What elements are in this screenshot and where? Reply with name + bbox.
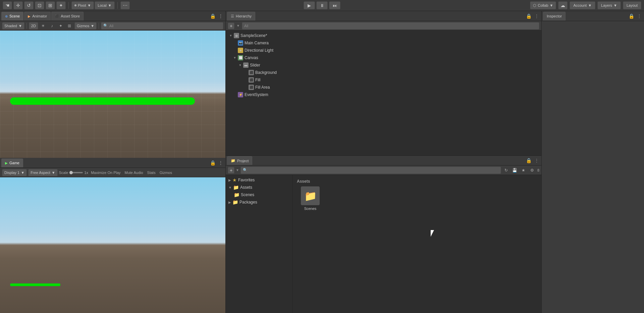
layout-button[interactable]: Layout [623, 1, 641, 9]
play-button[interactable]: ▶ [304, 1, 315, 9]
project-add-btn[interactable]: + [228, 167, 234, 174]
tool-scale[interactable]: ⊡ [35, 1, 44, 9]
tool-transform[interactable]: ✦ [56, 1, 66, 9]
layers-button[interactable]: Layers ▼ [597, 1, 621, 9]
pause-button[interactable]: ⏸ [316, 1, 328, 9]
project-assets: Assets 📁 Scenes [293, 175, 541, 313]
hierarchy-item-directional-light[interactable]: ☀ Directional Light [226, 47, 541, 54]
project-search[interactable]: 🔍 [240, 167, 501, 174]
scene-panel: ⊕ Scene ▶ Animator ⬛ Asset Store 🔒 ⋮ [0, 11, 225, 158]
hierarchy-item-main-camera[interactable]: 📷 Main Camera [226, 39, 541, 47]
scene-tabs: ⊕ Scene ▶ Animator ⬛ Asset Store 🔒 ⋮ [0, 11, 225, 21]
scene-audio-btn[interactable]: ♪ [48, 22, 56, 30]
scale-label: Scale [59, 171, 68, 175]
assets-tree-label: Assets [240, 185, 252, 190]
animator-tab-icon: ▶ [28, 14, 31, 18]
slider-arrow: ▼ [238, 63, 243, 68]
hierarchy-add-btn[interactable]: + [228, 23, 234, 29]
cloud-button[interactable]: ☁ [558, 1, 568, 9]
tab-animator[interactable]: ▶ Animator [24, 12, 51, 20]
tab-asset-store[interactable]: ⬛ Asset Store [51, 12, 84, 20]
slider-icon: ▬ [243, 62, 249, 68]
aspect-dropdown[interactable]: Free Aspect ▼ [28, 169, 58, 176]
tab-hierarchy[interactable]: ☰ Hierarchy [227, 12, 255, 20]
inspector-tab-label: Inspector [547, 14, 562, 18]
project-star-btn[interactable]: ★ [520, 167, 527, 174]
gizmos-dropdown[interactable]: Gizmos ▼ [74, 22, 97, 30]
shading-dropdown[interactable]: Shaded ▼ [2, 22, 24, 30]
game-gizmos-btn[interactable]: Gizmos [158, 170, 173, 175]
local-arrow: ▼ [108, 3, 112, 7]
toolbar-left: ☚ ✛ ↺ ⊡ ⊞ ✦ Pivot ▼ Local ▼ ⋯ [3, 1, 130, 9]
hierarchy-item-slider[interactable]: ▼ ▬ Slider [226, 61, 541, 69]
hierarchy-search[interactable]: All [242, 22, 539, 30]
tab-inspector[interactable]: Inspector [543, 12, 566, 20]
tab-game[interactable]: ▶ Game [1, 159, 23, 167]
project-panel: 📁 Project 🔒 ⋮ + ▼ 🔍 ↻ 💾 ★ ⚙ 8 [226, 155, 541, 313]
project-lock-btn[interactable]: 🔒 [525, 157, 532, 164]
collab-button[interactable]: ⬡ Collab ▼ [530, 1, 556, 9]
packages-arrow: ▶ [228, 200, 231, 204]
project-refresh-btn[interactable]: ↻ [502, 167, 510, 174]
fill-arrow [243, 78, 248, 82]
display-dropdown[interactable]: Display 1 ▼ [2, 169, 27, 176]
pivot-arrow: ▼ [87, 3, 91, 7]
scene-lighting-btn[interactable]: ☀ [40, 22, 47, 30]
game-tab-label: Game [9, 161, 19, 165]
hierarchy-item-canvas[interactable]: ▼ ⬜ Canvas [226, 54, 541, 61]
tool-hand[interactable]: ☚ [3, 1, 12, 9]
inspector-lock-btn[interactable]: 🔒 [628, 13, 635, 19]
tool-rotate[interactable]: ↺ [24, 1, 34, 9]
asset-item-scenes[interactable]: 📁 Scenes [297, 186, 324, 211]
fill-label: Fill [255, 78, 260, 82]
game-menu-btn[interactable]: ⋮ [217, 160, 224, 166]
project-add-arrow[interactable]: ▼ [236, 168, 239, 172]
dimension-dropdown[interactable]: 2D [29, 22, 38, 30]
tab-scene[interactable]: ⊕ Scene [1, 12, 23, 20]
hierarchy-lock-btn[interactable]: 🔒 [525, 13, 532, 19]
hierarchy-menu-btn[interactable]: ⋮ [533, 13, 540, 19]
game-lock-btn[interactable]: 🔒 [209, 160, 216, 166]
project-menu-btn[interactable]: ⋮ [533, 157, 540, 164]
slider-label: Slider [250, 63, 260, 68]
scene-lock-btn[interactable]: 🔒 [209, 13, 216, 19]
mute-btn[interactable]: Mute Audio [123, 170, 145, 175]
scene-search[interactable]: 🔍 All [101, 22, 223, 30]
favorites-label: Favorites [238, 178, 255, 182]
inspector-panel: Inspector 🔒 ⋮ [542, 11, 644, 313]
hierarchy-content[interactable]: ▼ ⊕ SampleScene* 📷 Main Camera ☀ Directi… [226, 31, 541, 155]
tree-assets[interactable]: ▼ 📁 Assets [226, 184, 292, 191]
hierarchy-item-background[interactable]: ⬛ Background [226, 69, 541, 76]
dir-light-label: Directional Light [245, 48, 273, 53]
tree-packages[interactable]: ▶ 📁 Packages [226, 198, 292, 206]
game-panel: ▶ Game 🔒 ⋮ Display 1 ▼ Free Aspect ▼ [0, 158, 225, 313]
left-panels: ⊕ Scene ▶ Animator ⬛ Asset Store 🔒 ⋮ [0, 11, 225, 313]
tool-move[interactable]: ✛ [13, 1, 23, 9]
inspector-tabs: Inspector 🔒 ⋮ [542, 11, 644, 21]
tab-project[interactable]: 📁 Project [227, 156, 252, 165]
hierarchy-scene-root[interactable]: ▼ ⊕ SampleScene* [226, 32, 541, 39]
scene-fx-btn[interactable]: ✦ [57, 22, 64, 30]
fill-area-label: Fill Area [255, 85, 270, 90]
tool-rect[interactable]: ⊞ [46, 1, 55, 9]
pivot-button[interactable]: Pivot ▼ [71, 1, 94, 9]
hierarchy-item-event-system[interactable]: ⚡ EventSystem [226, 91, 541, 98]
tool-extra[interactable]: ⋯ [120, 1, 130, 9]
favorites-icon: ★ [232, 177, 237, 183]
tree-favorites[interactable]: ▶ ★ Favorites [226, 176, 292, 184]
scene-grid-btn[interactable]: ⊞ [66, 22, 73, 30]
step-button[interactable]: ⏭ [329, 1, 340, 9]
stats-btn[interactable]: Stats [146, 170, 157, 175]
scene-menu-btn[interactable]: ⋮ [217, 13, 224, 19]
local-button[interactable]: Local ▼ [95, 1, 114, 9]
account-button[interactable]: Account ▼ [570, 1, 595, 9]
maximize-btn[interactable]: Maximize On Play [90, 170, 122, 175]
project-settings-btn[interactable]: ⚙ [529, 167, 536, 174]
hierarchy-item-fill-area[interactable]: ⬛ Fill Area [226, 84, 541, 91]
scale-slider[interactable] [69, 172, 83, 173]
hierarchy-item-fill[interactable]: ⬛ Fill [226, 76, 541, 84]
hierarchy-add-arrow[interactable]: ▼ [236, 24, 240, 28]
inspector-menu-btn[interactable]: ⋮ [636, 13, 643, 19]
tree-scenes[interactable]: 📁 Scenes [226, 191, 292, 198]
project-save-btn[interactable]: 💾 [511, 167, 519, 174]
